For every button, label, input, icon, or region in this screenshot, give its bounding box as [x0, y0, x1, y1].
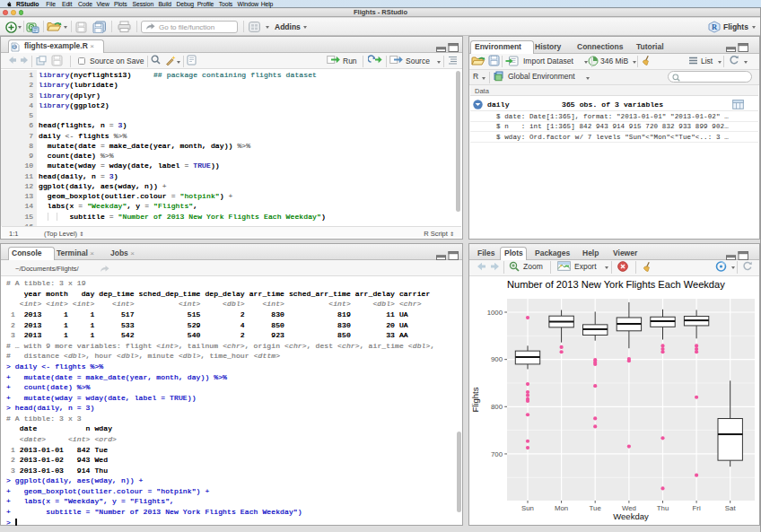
svg-text:700: 700 — [491, 450, 503, 458]
svg-text:Fri: Fri — [693, 504, 701, 512]
svg-text:R: R — [13, 44, 16, 49]
svg-text:Sat: Sat — [725, 504, 737, 512]
svg-text:1000: 1000 — [487, 309, 503, 317]
svg-text:Flights: Flights — [470, 387, 480, 412]
svg-text:R: R — [712, 22, 718, 31]
svg-text:900: 900 — [491, 355, 503, 363]
svg-text:Mon: Mon — [555, 504, 568, 512]
svg-text:800: 800 — [491, 403, 503, 411]
svg-text:Thu: Thu — [657, 504, 669, 512]
svg-text:Number of 2013 New York Flight: Number of 2013 New York Flights Each Wee… — [507, 279, 725, 290]
svg-text:Weekday: Weekday — [613, 511, 649, 521]
svg-text:Sun: Sun — [521, 504, 534, 512]
svg-text:Tue: Tue — [590, 504, 601, 512]
